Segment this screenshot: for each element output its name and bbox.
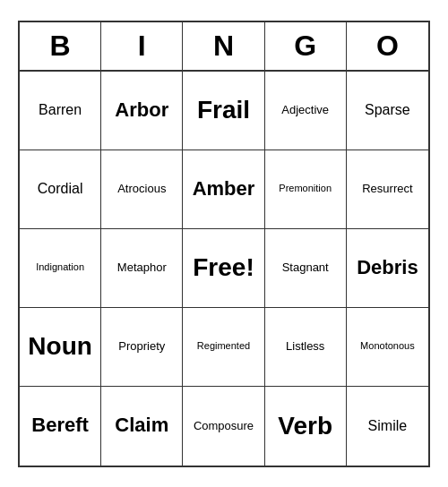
bingo-cell-18: Listless: [265, 308, 347, 387]
bingo-cell-19: Monotonous: [347, 308, 428, 387]
bingo-cell-8: Premonition: [265, 150, 347, 229]
bingo-cell-23: Verb: [265, 387, 347, 466]
bingo-cell-24: Simile: [347, 387, 428, 466]
bingo-cell-7: Amber: [183, 150, 264, 229]
header-letter-i: I: [101, 22, 183, 70]
bingo-cell-21: Claim: [101, 387, 183, 466]
bingo-cell-3: Adjective: [265, 72, 347, 150]
bingo-cell-5: Cordial: [20, 150, 101, 229]
bingo-cell-2: Frail: [183, 72, 264, 150]
bingo-cell-20: Bereft: [20, 387, 101, 466]
bingo-cell-12: Free!: [183, 229, 264, 308]
bingo-card: BINGO BarrenArborFrailAdjectiveSparseCor…: [18, 21, 430, 467]
bingo-cell-15: Noun: [20, 308, 101, 387]
bingo-cell-14: Debris: [347, 229, 428, 308]
bingo-cell-0: Barren: [20, 72, 101, 150]
bingo-cell-11: Metaphor: [101, 229, 183, 308]
bingo-header: BINGO: [20, 22, 428, 72]
bingo-cell-6: Atrocious: [101, 150, 183, 229]
bingo-grid: BarrenArborFrailAdjectiveSparseCordialAt…: [20, 72, 428, 466]
bingo-cell-17: Regimented: [183, 308, 264, 387]
bingo-cell-10: Indignation: [20, 229, 101, 308]
bingo-cell-16: Propriety: [101, 308, 183, 387]
bingo-cell-22: Composure: [183, 387, 264, 466]
bingo-cell-4: Sparse: [347, 72, 428, 150]
bingo-cell-1: Arbor: [101, 72, 183, 150]
bingo-cell-9: Resurrect: [347, 150, 428, 229]
header-letter-o: O: [347, 22, 428, 70]
header-letter-n: N: [183, 22, 264, 70]
bingo-cell-13: Stagnant: [265, 229, 347, 308]
header-letter-g: G: [265, 22, 347, 70]
header-letter-b: B: [20, 22, 101, 70]
